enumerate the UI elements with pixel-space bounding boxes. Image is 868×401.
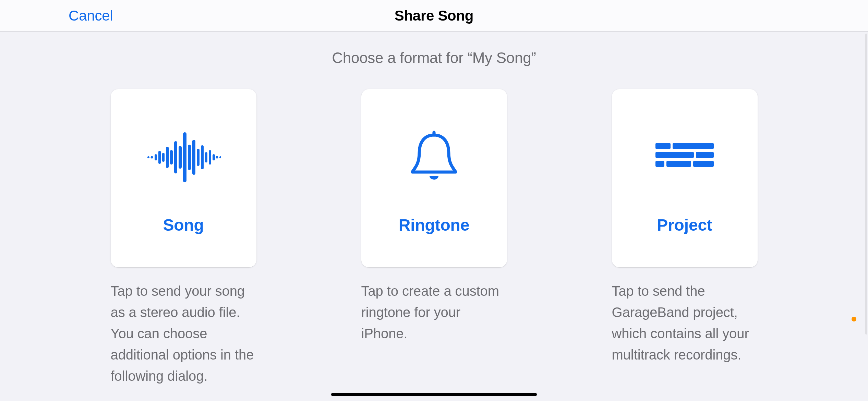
svg-rect-13: [201, 145, 204, 169]
svg-rect-6: [170, 150, 173, 165]
card-label-ringtone: Ringtone: [399, 216, 469, 234]
svg-rect-25: [693, 161, 714, 167]
home-indicator[interactable]: [331, 393, 537, 396]
svg-rect-8: [179, 146, 182, 169]
format-cards-row: Song Tap to send your song as a stereo a…: [0, 89, 868, 387]
cancel-button[interactable]: Cancel: [69, 8, 113, 24]
privacy-indicator-dot: [852, 317, 856, 321]
card-description-song: Tap to send your song as a stereo audio …: [111, 280, 256, 387]
card-column-song: Song Tap to send your song as a stereo a…: [111, 89, 256, 387]
svg-rect-14: [205, 152, 207, 162]
card-description-project: Tap to send the GarageBand project, whic…: [612, 280, 758, 365]
svg-point-18: [219, 156, 221, 158]
svg-rect-24: [666, 161, 691, 167]
svg-point-17: [216, 156, 218, 158]
svg-rect-11: [192, 140, 195, 175]
format-card-ringtone[interactable]: Ringtone: [361, 89, 507, 267]
content-area: Choose a format for “My Song”: [0, 32, 868, 401]
svg-rect-20: [673, 143, 714, 149]
svg-rect-21: [655, 152, 694, 158]
bell-icon: [361, 89, 507, 216]
svg-rect-22: [696, 152, 714, 158]
svg-rect-9: [183, 132, 186, 182]
svg-rect-7: [174, 141, 177, 173]
svg-point-0: [147, 156, 149, 158]
navbar: Cancel Share Song: [0, 0, 868, 32]
format-prompt: Choose a format for “My Song”: [0, 49, 868, 66]
svg-rect-23: [655, 161, 664, 167]
scrollbar-thumb[interactable]: [865, 34, 867, 335]
card-label-song: Song: [163, 216, 204, 234]
svg-rect-12: [197, 149, 200, 166]
scrollbar-track[interactable]: [865, 32, 867, 401]
svg-rect-15: [209, 150, 211, 165]
page-title: Share Song: [395, 8, 473, 24]
svg-rect-4: [162, 153, 165, 162]
svg-rect-3: [158, 151, 161, 164]
svg-rect-2: [155, 154, 157, 160]
svg-rect-16: [213, 154, 215, 160]
card-label-project: Project: [657, 216, 712, 234]
format-card-song[interactable]: Song: [111, 89, 256, 267]
waveform-icon: [111, 89, 256, 216]
multitrack-icon: [612, 89, 758, 216]
card-column-project: Project Tap to send the GarageBand proje…: [612, 89, 758, 387]
format-card-project[interactable]: Project: [612, 89, 758, 267]
svg-rect-19: [655, 143, 671, 149]
card-column-ringtone: Ringtone Tap to create a custom ringtone…: [361, 89, 507, 387]
card-description-ringtone: Tap to create a custom ringtone for your…: [361, 280, 507, 344]
svg-rect-5: [166, 147, 169, 168]
svg-point-1: [151, 156, 153, 158]
svg-rect-10: [188, 145, 191, 170]
